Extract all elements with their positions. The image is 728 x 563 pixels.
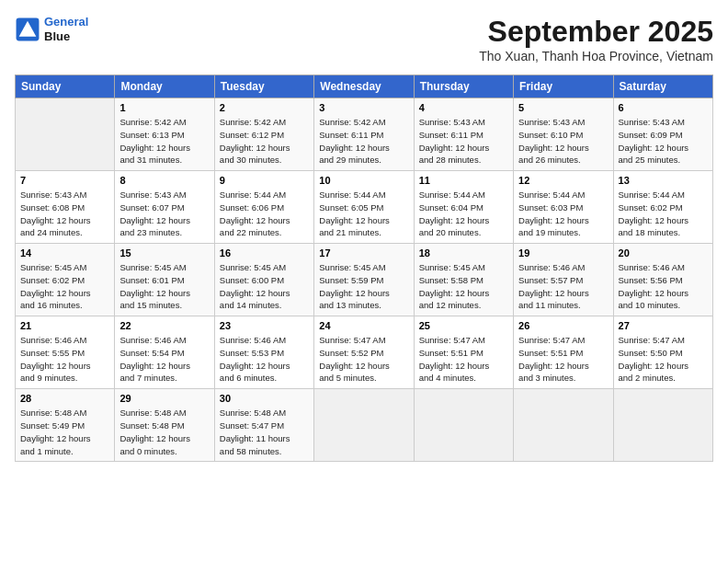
day-cell: 28Sunrise: 5:48 AMSunset: 5:49 PMDayligh…: [16, 389, 115, 462]
day-info: Sunrise: 5:45 AMSunset: 5:59 PMDaylight:…: [319, 261, 408, 312]
day-number: 5: [518, 102, 608, 113]
day-info: Sunrise: 5:44 AMSunset: 6:04 PMDaylight:…: [419, 189, 508, 239]
day-cell: 18Sunrise: 5:45 AMSunset: 5:58 PMDayligh…: [414, 244, 513, 316]
day-cell: 12Sunrise: 5:44 AMSunset: 6:03 PMDayligh…: [514, 171, 613, 244]
week-row-5: 28Sunrise: 5:48 AMSunset: 5:49 PMDayligh…: [16, 389, 713, 462]
day-number: 23: [220, 320, 309, 331]
day-cell: 4Sunrise: 5:43 AMSunset: 6:11 PMDaylight…: [414, 98, 513, 171]
logo-text: General Blue: [44, 15, 88, 43]
day-cell: 8Sunrise: 5:43 AMSunset: 6:07 PMDaylight…: [115, 171, 214, 244]
day-number: 9: [220, 175, 309, 186]
day-info: Sunrise: 5:45 AMSunset: 6:00 PMDaylight:…: [220, 261, 309, 312]
day-info: Sunrise: 5:43 AMSunset: 6:11 PMDaylight:…: [419, 116, 508, 167]
day-cell: 15Sunrise: 5:45 AMSunset: 6:01 PMDayligh…: [115, 244, 214, 316]
day-cell: 23Sunrise: 5:46 AMSunset: 5:53 PMDayligh…: [214, 316, 313, 389]
day-number: 17: [319, 247, 408, 259]
day-info: Sunrise: 5:46 AMSunset: 5:55 PMDaylight:…: [20, 334, 109, 385]
day-info: Sunrise: 5:46 AMSunset: 5:54 PMDaylight:…: [119, 334, 209, 385]
day-number: 10: [319, 175, 408, 186]
day-number: 21: [20, 320, 109, 331]
day-cell: 20Sunrise: 5:46 AMSunset: 5:56 PMDayligh…: [613, 244, 712, 316]
day-cell: 21Sunrise: 5:46 AMSunset: 5:55 PMDayligh…: [16, 316, 115, 389]
day-info: Sunrise: 5:43 AMSunset: 6:08 PMDaylight:…: [20, 189, 109, 239]
day-info: Sunrise: 5:45 AMSunset: 5:58 PMDaylight:…: [419, 261, 508, 312]
day-info: Sunrise: 5:47 AMSunset: 5:51 PMDaylight:…: [419, 334, 508, 385]
day-number: 26: [518, 320, 608, 331]
day-info: Sunrise: 5:42 AMSunset: 6:13 PMDaylight:…: [119, 116, 209, 167]
day-number: 19: [518, 247, 608, 259]
day-cell: 16Sunrise: 5:45 AMSunset: 6:00 PMDayligh…: [214, 244, 313, 316]
day-cell: 7Sunrise: 5:43 AMSunset: 6:08 PMDaylight…: [16, 171, 115, 244]
day-info: Sunrise: 5:44 AMSunset: 6:05 PMDaylight:…: [319, 189, 408, 239]
calendar-table: SundayMondayTuesdayWednesdayThursdayFrid…: [15, 75, 713, 462]
day-info: Sunrise: 5:48 AMSunset: 5:48 PMDaylight:…: [119, 407, 209, 457]
day-info: Sunrise: 5:46 AMSunset: 5:57 PMDaylight:…: [518, 261, 608, 312]
day-cell: 19Sunrise: 5:46 AMSunset: 5:57 PMDayligh…: [514, 244, 613, 316]
day-number: 20: [619, 247, 708, 259]
day-info: Sunrise: 5:42 AMSunset: 6:12 PMDaylight:…: [220, 116, 309, 167]
day-number: 2: [220, 102, 309, 113]
day-number: 27: [619, 320, 708, 331]
day-number: 25: [419, 320, 508, 331]
day-info: Sunrise: 5:46 AMSunset: 5:56 PMDaylight:…: [619, 261, 708, 312]
col-header-sunday: Sunday: [16, 75, 115, 98]
day-info: Sunrise: 5:47 AMSunset: 5:52 PMDaylight:…: [319, 334, 408, 385]
day-number: 29: [119, 393, 209, 404]
day-info: Sunrise: 5:48 AMSunset: 5:49 PMDaylight:…: [20, 407, 109, 457]
day-cell: 10Sunrise: 5:44 AMSunset: 6:05 PMDayligh…: [314, 171, 414, 244]
day-info: Sunrise: 5:45 AMSunset: 6:02 PMDaylight:…: [20, 261, 109, 312]
day-cell: 9Sunrise: 5:44 AMSunset: 6:06 PMDaylight…: [214, 171, 313, 244]
day-number: 13: [619, 175, 708, 186]
day-cell: 17Sunrise: 5:45 AMSunset: 5:59 PMDayligh…: [314, 244, 414, 316]
day-cell: 11Sunrise: 5:44 AMSunset: 6:04 PMDayligh…: [414, 171, 513, 244]
day-cell: 25Sunrise: 5:47 AMSunset: 5:51 PMDayligh…: [414, 316, 513, 389]
day-number: 8: [119, 175, 209, 186]
logo-line2: Blue: [44, 29, 88, 44]
day-info: Sunrise: 5:44 AMSunset: 6:06 PMDaylight:…: [220, 189, 309, 239]
day-number: 1: [119, 102, 209, 113]
logo: General Blue: [15, 15, 88, 43]
day-cell: 30Sunrise: 5:48 AMSunset: 5:47 PMDayligh…: [214, 389, 313, 462]
day-number: 12: [518, 175, 608, 186]
day-cell: 5Sunrise: 5:43 AMSunset: 6:10 PMDaylight…: [514, 98, 613, 171]
col-header-thursday: Thursday: [414, 75, 513, 98]
day-number: 28: [20, 393, 109, 404]
day-cell: [613, 389, 712, 462]
logo-icon: [15, 17, 40, 42]
col-header-friday: Friday: [514, 75, 613, 98]
day-cell: 14Sunrise: 5:45 AMSunset: 6:02 PMDayligh…: [16, 244, 115, 316]
day-cell: [314, 389, 414, 462]
day-cell: 3Sunrise: 5:42 AMSunset: 6:11 PMDaylight…: [314, 98, 414, 171]
location-title: Tho Xuan, Thanh Hoa Province, Vietnam: [479, 49, 713, 63]
day-number: 18: [419, 247, 508, 259]
day-info: Sunrise: 5:43 AMSunset: 6:10 PMDaylight:…: [518, 116, 608, 167]
day-cell: 2Sunrise: 5:42 AMSunset: 6:12 PMDaylight…: [214, 98, 313, 171]
day-info: Sunrise: 5:47 AMSunset: 5:51 PMDaylight:…: [518, 334, 608, 385]
day-info: Sunrise: 5:43 AMSunset: 6:07 PMDaylight:…: [119, 189, 209, 239]
day-info: Sunrise: 5:44 AMSunset: 6:02 PMDaylight:…: [619, 189, 708, 239]
day-number: 15: [119, 247, 209, 259]
day-cell: 22Sunrise: 5:46 AMSunset: 5:54 PMDayligh…: [115, 316, 214, 389]
logo-line1: General: [44, 15, 88, 29]
day-number: 14: [20, 247, 109, 259]
day-cell: 6Sunrise: 5:43 AMSunset: 6:09 PMDaylight…: [613, 98, 712, 171]
day-cell: 13Sunrise: 5:44 AMSunset: 6:02 PMDayligh…: [613, 171, 712, 244]
day-number: 6: [619, 102, 708, 113]
col-header-tuesday: Tuesday: [214, 75, 313, 98]
day-info: Sunrise: 5:45 AMSunset: 6:01 PMDaylight:…: [119, 261, 209, 312]
week-row-3: 14Sunrise: 5:45 AMSunset: 6:02 PMDayligh…: [16, 244, 713, 316]
day-cell: [514, 389, 613, 462]
day-info: Sunrise: 5:43 AMSunset: 6:09 PMDaylight:…: [619, 116, 708, 167]
day-info: Sunrise: 5:47 AMSunset: 5:50 PMDaylight:…: [619, 334, 708, 385]
day-number: 11: [419, 175, 508, 186]
day-number: 24: [319, 320, 408, 331]
day-cell: [16, 98, 115, 171]
day-cell: 24Sunrise: 5:47 AMSunset: 5:52 PMDayligh…: [314, 316, 414, 389]
month-title: September 2025: [479, 15, 713, 49]
day-cell: 1Sunrise: 5:42 AMSunset: 6:13 PMDaylight…: [115, 98, 214, 171]
calendar-header-row: SundayMondayTuesdayWednesdayThursdayFrid…: [16, 75, 713, 98]
day-number: 3: [319, 102, 408, 113]
day-info: Sunrise: 5:44 AMSunset: 6:03 PMDaylight:…: [518, 189, 608, 239]
col-header-saturday: Saturday: [613, 75, 712, 98]
day-number: 22: [119, 320, 209, 331]
